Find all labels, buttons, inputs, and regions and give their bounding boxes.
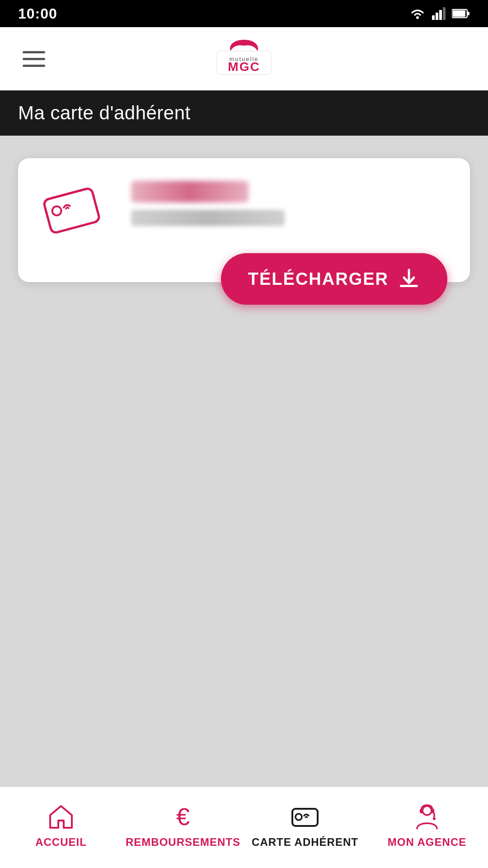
wifi-icon <box>409 7 426 20</box>
nav-item-remboursements[interactable]: € REMBOURSEMENTS <box>122 802 244 849</box>
nav-label-mon-agence: MON AGENCE <box>388 836 466 849</box>
telecharger-label: TÉLÉCHARGER <box>248 269 389 289</box>
card-icon-area <box>41 181 113 246</box>
svg-rect-4 <box>443 7 446 20</box>
header: mutuelle MGC <box>0 27 488 90</box>
nav-label-carte-adherent: CARTE ADHÉRENT <box>252 836 358 849</box>
svg-rect-6 <box>453 10 465 17</box>
signal-icon <box>432 7 446 20</box>
hamburger-line-2 <box>23 58 45 60</box>
member-name-blurred <box>131 181 249 203</box>
svg-text:€: € <box>176 803 190 830</box>
svg-rect-19 <box>420 809 422 813</box>
mgc-logo: mutuelle MGC <box>208 38 280 78</box>
hamburger-line-3 <box>23 65 45 67</box>
card-text-area <box>131 181 447 226</box>
download-icon <box>398 268 420 290</box>
hamburger-line-1 <box>23 51 45 53</box>
main-content: TÉLÉCHARGER <box>0 136 488 787</box>
nav-item-accueil[interactable]: ACCUEIL <box>0 802 122 849</box>
svg-rect-3 <box>439 10 442 20</box>
card-nav-icon <box>291 802 319 831</box>
home-icon <box>47 802 75 831</box>
telecharger-button[interactable]: TÉLÉCHARGER <box>221 253 447 305</box>
svg-point-17 <box>296 814 302 820</box>
svg-text:MGC: MGC <box>228 60 260 74</box>
nav-label-remboursements: REMBOURSEMENTS <box>126 836 240 849</box>
svg-rect-7 <box>468 12 469 15</box>
hamburger-menu-button[interactable] <box>18 47 50 71</box>
nav-item-carte-adherent[interactable]: CARTE ADHÉRENT <box>244 802 366 849</box>
svg-point-22 <box>433 817 436 820</box>
card-content <box>41 181 447 246</box>
svg-point-12 <box>51 205 62 216</box>
agent-icon <box>413 802 441 831</box>
page-title-bar: Ma carte d'adhérent <box>0 90 488 136</box>
nav-label-accueil: ACCUEIL <box>35 836 87 849</box>
status-icons <box>409 7 470 20</box>
svg-point-18 <box>422 806 432 815</box>
membership-card-icon <box>41 181 113 244</box>
page-title: Ma carte d'adhérent <box>18 102 191 124</box>
status-bar: 10:00 <box>0 0 488 27</box>
member-id-blurred <box>131 210 285 226</box>
logo-container: mutuelle MGC <box>208 38 280 80</box>
euro-icon: € <box>169 802 197 831</box>
svg-rect-2 <box>436 13 438 20</box>
svg-rect-1 <box>432 15 435 20</box>
battery-icon <box>452 9 470 19</box>
nav-item-mon-agence[interactable]: MON AGENCE <box>366 802 488 849</box>
member-card: TÉLÉCHARGER <box>18 158 470 282</box>
svg-point-0 <box>416 16 419 19</box>
svg-rect-13 <box>400 285 418 287</box>
status-time: 10:00 <box>18 5 57 22</box>
bottom-nav: ACCUEIL € REMBOURSEMENTS CARTE ADHÉRENT <box>0 787 488 868</box>
